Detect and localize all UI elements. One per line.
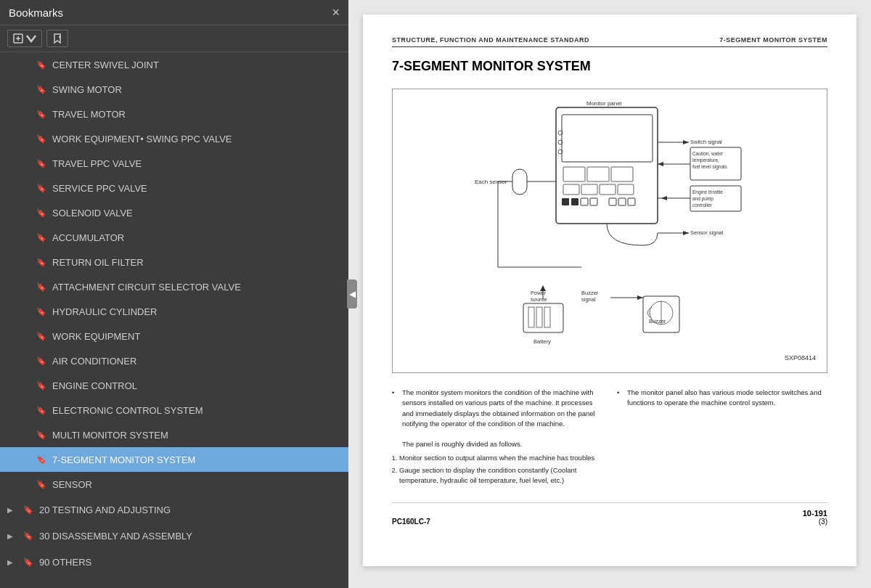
bookmark-item-travel-ppc-valve[interactable]: 🔖TRAVEL PPC VALVE <box>0 151 348 176</box>
svg-marker-65 <box>683 231 689 235</box>
bookmark-item-air-conditioner[interactable]: 🔖AIR CONDITIONER <box>0 348 348 373</box>
bookmark-icon: 🔖 <box>36 134 46 144</box>
monitor-diagram: Monitor panel <box>404 100 816 350</box>
diagram-container: Monitor panel <box>392 89 827 373</box>
bookmark-label: ATTACHMENT CIRCUIT SELECTOR VALVE <box>52 282 241 293</box>
expand-arrow-icon[interactable]: ▶ <box>7 558 20 566</box>
content-right: • The monitor panel also has various mod… <box>617 388 827 488</box>
svg-marker-50 <box>683 140 689 144</box>
bookmark-icon: 🔖 <box>36 381 46 391</box>
bookmark-icon: 🔖 <box>36 430 46 440</box>
group-item-testing-adjusting[interactable]: ▶🔖20 TESTING AND ADJUSTING <box>0 497 348 523</box>
svg-rect-8 <box>563 167 585 181</box>
bookmark-label: SWING MOTOR <box>52 84 122 95</box>
page-title: 7-SEGMENT MONITOR SYSTEM <box>392 59 827 74</box>
chevron-down-icon <box>25 33 37 44</box>
svg-rect-9 <box>587 167 609 181</box>
svg-rect-33 <box>523 303 563 332</box>
svg-rect-13 <box>600 184 616 195</box>
diagram-caption: SXP08414 <box>404 354 816 362</box>
bookmark-label: 7-SEGMENT MONITOR SYSTEM <box>52 454 195 465</box>
bookmark-label: ENGINE CONTROL <box>52 380 137 391</box>
bookmark-icon: 🔖 <box>36 282 46 292</box>
bookmark-item-travel-motor[interactable]: 🔖TRAVEL MOTOR <box>0 102 348 126</box>
bookmark-icon: 🔖 <box>36 332 46 341</box>
svg-rect-11 <box>563 184 579 195</box>
bookmark-icon: 🔖 <box>36 258 46 267</box>
bookmark-label: WORK EQUIPMENT <box>52 331 140 342</box>
expand-all-button[interactable] <box>7 30 42 47</box>
bookmark-item-multi-monitor-system[interactable]: 🔖MULTI MONITOR SYSTEM <box>0 422 348 447</box>
svg-rect-12 <box>581 184 597 195</box>
header-right: 7-SEGMENT MONITOR SYSTEM <box>719 36 827 44</box>
bookmark-item-engine-control[interactable]: 🔖ENGINE CONTROL <box>0 373 348 398</box>
svg-text:source: source <box>531 296 547 303</box>
bookmark-item-center-swivel[interactable]: 🔖CENTER SWIVEL JOINT <box>0 52 348 77</box>
bookmark-item-electronic-control-system[interactable]: 🔖ELECTRONIC CONTROL SYSTEM <box>0 398 348 422</box>
svg-rect-23 <box>618 198 626 205</box>
group-item-90-others[interactable]: ▶🔖90 OTHERS <box>0 549 348 575</box>
bookmark-icon: 🔖 <box>36 184 46 193</box>
svg-rect-5 <box>556 107 658 224</box>
svg-text:Buzzer: Buzzer <box>581 290 599 296</box>
bookmark-item-service-ppc-valve[interactable]: 🔖SERVICE PPC VALVE <box>0 176 348 200</box>
list-item-1: Monitor section to output alarms when th… <box>399 453 602 463</box>
svg-text:controller: controller <box>692 203 713 208</box>
expand-arrow-icon[interactable]: ▶ <box>7 506 20 514</box>
bookmark-label: HYDRAULIC CYLINDER <box>52 306 157 317</box>
numbered-list: Monitor section to output alarms when th… <box>399 453 602 486</box>
svg-rect-35 <box>536 307 542 327</box>
bookmark-item-attachment-circuit[interactable]: 🔖ATTACHMENT CIRCUIT SELECTOR VALVE <box>0 274 348 299</box>
svg-rect-34 <box>528 307 534 327</box>
bookmark-item-hydraulic-cylinder[interactable]: 🔖HYDRAULIC CYLINDER <box>0 299 348 324</box>
svg-rect-18 <box>562 198 569 205</box>
bookmark-label: TRAVEL MOTOR <box>52 109 126 120</box>
bookmark-icon: 🔖 <box>36 233 46 242</box>
content-left: • The monitor system monitors the condit… <box>392 388 602 488</box>
svg-text:Monitor panel: Monitor panel <box>586 100 622 107</box>
svg-text:Sensor signal: Sensor signal <box>690 229 724 236</box>
bookmark-label: SENSOR <box>52 479 92 490</box>
bookmark-item-work-equipment-swing[interactable]: 🔖WORK EQUIPMENT• SWING PPC VALVE <box>0 126 348 151</box>
bookmark-item-7-segment-monitor[interactable]: 🔖7-SEGMENT MONITOR SYSTEM <box>0 447 348 472</box>
bullet-left: • The monitor system monitors the condit… <box>392 388 602 450</box>
bookmark-icon: 🔖 <box>36 356 46 366</box>
bookmark-item-sensor[interactable]: 🔖SENSOR <box>0 472 348 497</box>
svg-rect-22 <box>609 198 616 205</box>
svg-marker-46 <box>637 295 643 300</box>
group-label: 20 TESTING AND ADJUSTING <box>39 505 171 515</box>
expand-arrow-icon[interactable]: ▶ <box>7 532 20 540</box>
bookmark-label: CENTER SWIVEL JOINT <box>52 60 159 70</box>
content-columns: • The monitor system monitors the condit… <box>392 388 827 488</box>
bookmark-item-accumulator[interactable]: 🔖ACCUMULATOR <box>0 225 348 250</box>
svg-marker-38 <box>540 285 546 291</box>
bookmark-item-solenoid-valve[interactable]: 🔖SOLENOID VALVE <box>0 200 348 225</box>
svg-rect-14 <box>618 184 634 195</box>
bookmark-item-work-equipment[interactable]: 🔖WORK EQUIPMENT <box>0 324 348 348</box>
svg-text:fuel level signals: fuel level signals <box>692 164 727 170</box>
bullet-left-text: The monitor system monitors the conditio… <box>402 388 602 450</box>
svg-rect-10 <box>611 167 633 181</box>
bookmark-icon: 🔖 <box>36 406 46 415</box>
bookmarks-title: Bookmarks <box>9 7 63 19</box>
svg-text:and pump: and pump <box>692 196 713 202</box>
bookmark-icon: 🔖 <box>23 531 33 541</box>
bookmark-label: WORK EQUIPMENT• SWING PPC VALVE <box>52 134 232 144</box>
header-left: STRUCTURE, FUNCTION AND MAINTENANCE STAN… <box>392 36 589 44</box>
group-label: 30 DISASSEMBLY AND ASSEMBLY <box>39 531 192 542</box>
close-button[interactable]: × <box>332 6 340 19</box>
bookmark-item-return-oil-filter[interactable]: 🔖RETURN OIL FILTER <box>0 250 348 274</box>
bookmark-item-swing-motor[interactable]: 🔖SWING MOTOR <box>0 77 348 102</box>
svg-rect-24 <box>628 198 635 205</box>
svg-text:Switch signal: Switch signal <box>690 139 722 145</box>
bookmark-icon: 🔖 <box>36 480 46 489</box>
collapse-handle[interactable]: ◀ <box>347 279 357 309</box>
bookmark-add-button[interactable] <box>46 30 68 47</box>
svg-marker-56 <box>658 162 663 166</box>
svg-text:Battery: Battery <box>533 338 551 345</box>
bookmark-icon: 🔖 <box>36 455 46 465</box>
svg-text:Engine throttle: Engine throttle <box>692 189 723 195</box>
svg-marker-62 <box>661 196 667 200</box>
bookmark-label: SOLENOID VALVE <box>52 208 133 219</box>
group-item-disassembly-assembly[interactable]: ▶🔖30 DISASSEMBLY AND ASSEMBLY <box>0 523 348 549</box>
